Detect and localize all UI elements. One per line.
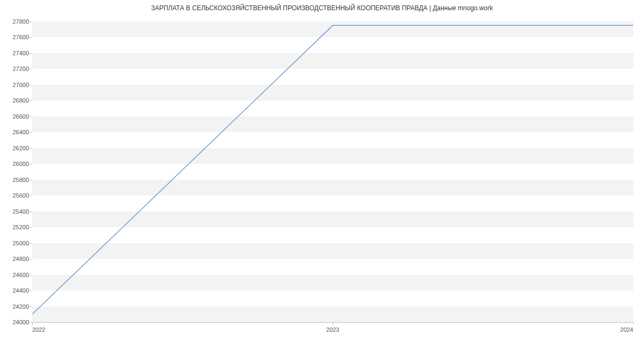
y-tick-mark xyxy=(30,259,32,259)
y-tick-label: 27600 xyxy=(2,34,29,40)
y-tick-mark xyxy=(30,180,32,180)
y-tick-label: 26600 xyxy=(2,113,29,120)
y-tick-label: 24400 xyxy=(2,287,29,294)
x-tick-mark xyxy=(333,322,333,325)
y-tick-mark xyxy=(30,100,32,101)
y-tick-mark xyxy=(30,164,32,164)
y-tick-mark xyxy=(30,132,32,133)
y-tick-mark xyxy=(30,21,32,22)
y-tick-label: 25400 xyxy=(2,208,29,215)
y-tick-label: 24200 xyxy=(2,303,29,310)
line-series xyxy=(32,21,633,322)
x-tick-label: 2024 xyxy=(620,326,633,333)
y-tick-mark xyxy=(30,148,32,149)
y-tick-label: 26800 xyxy=(2,97,29,104)
plot-area xyxy=(32,21,633,323)
y-tick-label: 25800 xyxy=(2,177,29,183)
y-tick-mark xyxy=(30,212,32,212)
y-tick-label: 26000 xyxy=(2,161,29,167)
y-tick-label: 24000 xyxy=(2,319,29,325)
y-tick-mark xyxy=(30,275,32,275)
y-tick-label: 27000 xyxy=(2,82,29,88)
y-tick-mark xyxy=(30,85,32,85)
x-tick-label: 2022 xyxy=(32,326,45,333)
y-tick-label: 24800 xyxy=(2,256,29,262)
series-line xyxy=(32,25,633,314)
y-tick-label: 26400 xyxy=(2,129,29,135)
y-tick-label: 25200 xyxy=(2,224,29,230)
chart-container: ЗАРПЛАТА В СЕЛЬСКОХОЗЯЙСТВЕННЫЙ ПРОИЗВОД… xyxy=(0,0,644,349)
x-tick-mark xyxy=(633,322,634,325)
y-tick-mark xyxy=(30,117,32,117)
y-tick-mark xyxy=(30,195,32,196)
y-tick-label: 25000 xyxy=(2,240,29,246)
y-tick-mark xyxy=(30,227,32,228)
y-tick-mark xyxy=(30,69,32,69)
x-tick-mark xyxy=(32,322,33,325)
y-tick-label: 27200 xyxy=(2,66,29,72)
y-tick-label: 25600 xyxy=(2,192,29,199)
y-tick-mark xyxy=(30,290,32,291)
x-tick-label: 2023 xyxy=(326,326,339,333)
chart-title: ЗАРПЛАТА В СЕЛЬСКОХОЗЯЙСТВЕННЫЙ ПРОИЗВОД… xyxy=(0,4,644,12)
y-tick-mark xyxy=(30,53,32,54)
y-tick-label: 27400 xyxy=(2,50,29,56)
y-tick-label: 26200 xyxy=(2,145,29,151)
y-tick-label: 24600 xyxy=(2,272,29,278)
y-tick-mark xyxy=(30,307,32,307)
y-tick-mark xyxy=(30,243,32,244)
y-tick-label: 27800 xyxy=(2,18,29,25)
y-tick-mark xyxy=(30,37,32,38)
